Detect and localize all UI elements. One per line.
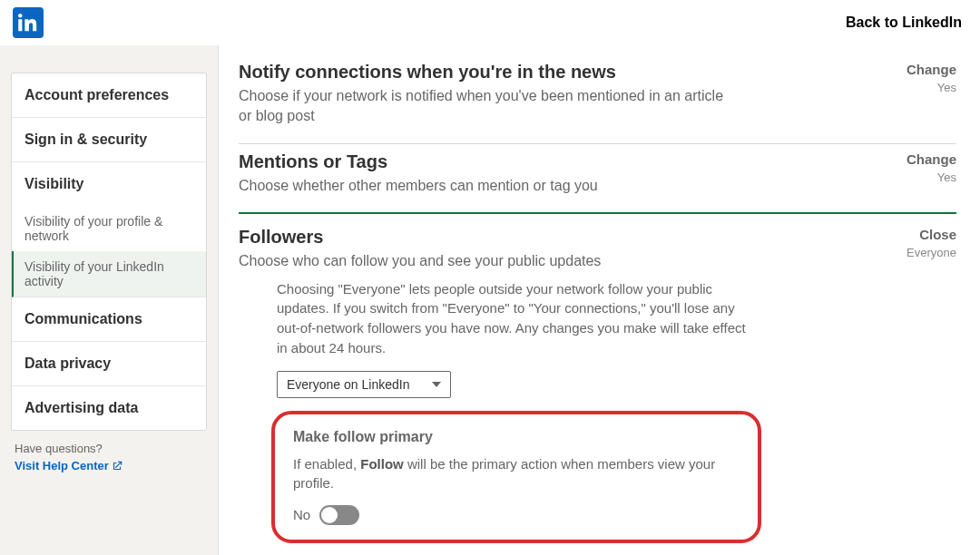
sidebar-item-data-privacy[interactable]: Data privacy [12, 342, 206, 386]
news-change-link[interactable]: Change [884, 62, 956, 77]
make-follow-primary-desc: If enabled, Follow will be the primary a… [293, 454, 740, 492]
mentions-title: Mentions or Tags [239, 151, 866, 172]
section-mentions: Mentions or Tags Choose whether other me… [239, 144, 956, 214]
make-follow-primary-title: Make follow primary [293, 429, 740, 445]
followers-select[interactable]: Everyone on LinkedIn [277, 371, 451, 398]
sidebar-subitem-profile-visibility[interactable]: Visibility of your profile & network [12, 206, 206, 251]
settings-sidebar: Account preferences Sign in & security V… [11, 73, 207, 431]
news-desc: Choose if your network is notified when … [239, 86, 729, 127]
mentions-desc: Choose whether other members can mention… [239, 176, 729, 196]
sidebar-item-visibility[interactable]: Visibility [12, 162, 206, 206]
external-link-icon [111, 460, 123, 472]
settings-main: Notify connections when you're in the ne… [218, 45, 980, 555]
mentions-value: Yes [884, 170, 956, 184]
sidebar-item-communications[interactable]: Communications [12, 297, 206, 342]
toggle-label: No [293, 507, 310, 522]
mentions-change-link[interactable]: Change [884, 151, 956, 167]
sidebar-item-advertising-data[interactable]: Advertising data [12, 386, 206, 430]
followers-select-value: Everyone on LinkedIn [287, 377, 409, 392]
sidebar-subitem-activity-visibility[interactable]: Visibility of your LinkedIn activity [12, 251, 206, 297]
followers-detail-text: Choosing "Everyone" lets people outside … [277, 279, 758, 358]
help-question-text: Have questions? [15, 442, 203, 455]
followers-value: Everyone [884, 246, 956, 259]
make-follow-primary-box: Make follow primary If enabled, Follow w… [271, 411, 761, 543]
sidebar-item-sign-in-security[interactable]: Sign in & security [12, 118, 206, 162]
followers-desc: Choose who can follow you and see your p… [239, 251, 729, 271]
section-news: Notify connections when you're in the ne… [239, 54, 956, 144]
news-value: Yes [884, 81, 956, 94]
sidebar-item-account-preferences[interactable]: Account preferences [12, 73, 206, 118]
make-follow-primary-toggle[interactable] [319, 505, 359, 525]
back-to-linkedin-link[interactable]: Back to LinkedIn [846, 15, 962, 31]
linkedin-logo[interactable] [13, 7, 44, 38]
help-link-label: Visit Help Center [15, 459, 109, 472]
followers-close-link[interactable]: Close [884, 227, 956, 242]
visit-help-center-link[interactable]: Visit Help Center [15, 459, 123, 472]
news-title: Notify connections when you're in the ne… [239, 62, 866, 83]
chevron-down-icon [432, 382, 441, 387]
section-followers: Followers Choose who can follow you and … [239, 214, 956, 555]
followers-title: Followers [239, 227, 866, 248]
